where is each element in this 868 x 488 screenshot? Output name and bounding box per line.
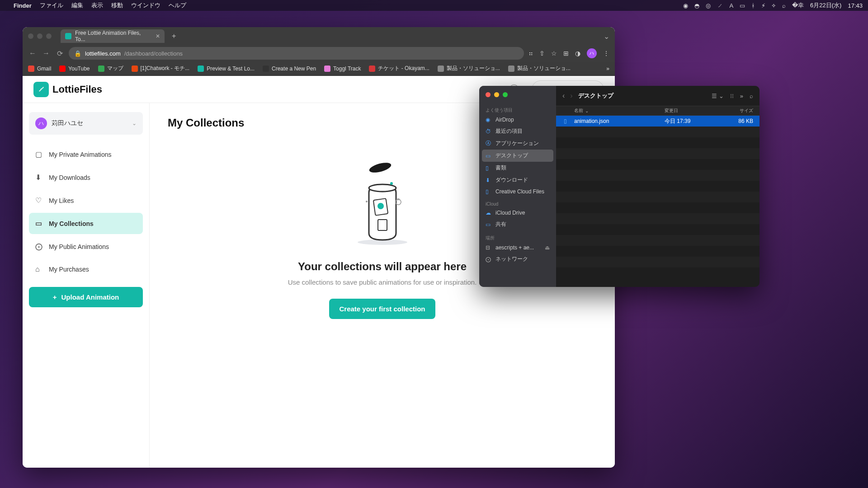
status-icon[interactable]: ◓	[694, 2, 699, 9]
wifi-icon[interactable]: ⟡	[772, 2, 776, 9]
sidebar-item-shared[interactable]: ▭共有	[479, 218, 556, 230]
tab-strip: Free Lottie Animation Files, To... ✕ + ⌄	[23, 27, 615, 45]
file-icon: ▯	[556, 118, 574, 124]
sidebar-item-desktop[interactable]: ▭デスクトップ	[482, 150, 553, 162]
menubar-go[interactable]: 移動	[111, 1, 123, 9]
lottiefiles-logo[interactable]: ⟋ LottieFiles	[33, 82, 102, 97]
reload-button[interactable]: ⟳	[55, 49, 64, 58]
creative-cloud-icon[interactable]: ◉	[683, 2, 688, 9]
bookmarks-overflow-icon[interactable]: »	[606, 66, 609, 72]
column-name[interactable]: 名前 ⌄	[556, 108, 665, 114]
bookmark-maps[interactable]: マップ	[98, 65, 123, 72]
maximize-window-button[interactable]	[46, 33, 52, 39]
toolbar-overflow-icon[interactable]: »	[740, 93, 743, 99]
minimize-window-button[interactable]	[494, 92, 499, 97]
input-source-icon[interactable]: A	[729, 2, 733, 9]
finder-window: よく使う項目 ◉AirDrop ⏱最近の項目 Ⓐアプリケーション ▭デスクトップ…	[479, 86, 760, 287]
menubar-window[interactable]: ウインドウ	[131, 1, 160, 9]
sidebar-item-network[interactable]: ⨀ネットワーク	[479, 253, 556, 265]
bookmark-codepen[interactable]: Create a New Pen	[263, 66, 316, 72]
logo-text: LottieFiles	[52, 84, 102, 95]
url-input[interactable]: 🔒 lottiefiles.com/dashboard/collections	[69, 47, 524, 60]
sidebar-item-aescripts[interactable]: ⊟aescripts + ae...⏏	[479, 242, 556, 253]
tab-close-icon[interactable]: ✕	[156, 33, 160, 39]
bookmark-chatwork[interactable]: [1]Chatwork - モチ...	[132, 65, 190, 72]
eject-icon[interactable]: ⏏	[545, 244, 550, 251]
chrome-menu-icon[interactable]: ⋮	[603, 50, 609, 57]
sidebar-item-collections[interactable]: ▭My Collections	[29, 213, 143, 234]
menubar-date[interactable]: 6月22日(水)	[810, 1, 841, 9]
sidebar-item-downloads[interactable]: ⬇ダウンロード	[479, 174, 556, 186]
forward-button[interactable]: →	[42, 49, 51, 57]
sidebar-item-purchases[interactable]: ⌂My Purchases	[29, 259, 143, 280]
battery-icon[interactable]: ⚡︎	[761, 2, 765, 9]
file-row-empty	[556, 127, 760, 137]
bookmark-toggl[interactable]: Toggl Track	[324, 66, 361, 72]
share-icon[interactable]: ⇧	[539, 50, 545, 57]
control-center-icon[interactable]: �幸	[792, 1, 804, 9]
bookmark-youtube[interactable]: YouTube	[59, 66, 90, 72]
sidebar-section-favorites: よく使う項目	[479, 105, 556, 114]
menubar-time[interactable]: 17:43	[848, 2, 863, 9]
column-size[interactable]: サイズ	[723, 108, 760, 114]
bookmark-product1[interactable]: 製品・ソリューショ...	[438, 65, 500, 72]
sidebar-item-public[interactable]: ⨀My Public Animations	[29, 236, 143, 257]
sidebar-item-private[interactable]: ▢My Private Animations	[29, 144, 143, 165]
translate-icon[interactable]: ⠶	[528, 50, 533, 57]
back-button[interactable]: ←	[28, 49, 37, 57]
sidebar-item-downloads[interactable]: ⬇My Downloads	[29, 167, 143, 188]
spotlight-icon[interactable]: ⌕	[782, 2, 786, 9]
menubar-edit[interactable]: 編集	[71, 1, 83, 9]
bookmark-ticket[interactable]: チケット - Okayam...	[369, 65, 429, 72]
minimize-window-button[interactable]	[37, 33, 42, 39]
profile-avatar[interactable]: ハ	[587, 48, 597, 58]
sidebar-item-recents[interactable]: ⏱最近の項目	[479, 125, 556, 137]
file-row-empty	[556, 192, 760, 202]
maximize-window-button[interactable]	[503, 92, 508, 97]
search-icon[interactable]: ⌕	[750, 93, 753, 99]
create-collection-button[interactable]: Create your first collection	[329, 299, 435, 319]
bookmark-icon[interactable]: ☆	[551, 50, 557, 57]
user-name: 苅田ハユセ	[52, 119, 83, 127]
menubar-app-name[interactable]: Finder	[14, 2, 32, 9]
group-icon[interactable]: ⁝⁝	[730, 93, 734, 99]
menubar-view[interactable]: 表示	[91, 1, 103, 9]
sidebar-item-airdrop[interactable]: ◉AirDrop	[479, 114, 556, 125]
bookmark-product2[interactable]: 製品・ソリューショ...	[508, 65, 571, 72]
sidebar-item-documents[interactable]: ▯書類	[479, 162, 556, 174]
sidebar-item-creative-cloud[interactable]: ▯Creative Cloud Files	[479, 186, 556, 197]
bookmark-gmail[interactable]: Gmail	[28, 66, 51, 72]
recents-icon: ⏱	[486, 128, 492, 135]
bookmark-icon	[369, 66, 375, 72]
close-window-button[interactable]	[486, 92, 491, 97]
sidebar-item-icloud-drive[interactable]: ☁iCloud Drive	[479, 207, 556, 218]
extensions-icon[interactable]: ⊞	[563, 50, 569, 57]
display-icon[interactable]: ▭	[740, 2, 745, 9]
status-icon[interactable]: ⟋	[717, 2, 723, 9]
column-date[interactable]: 変更日	[665, 108, 723, 114]
browser-tab[interactable]: Free Lottie Animation Files, To... ✕	[61, 29, 165, 43]
menubar-help[interactable]: ヘルプ	[169, 1, 186, 9]
bag-icon: ⌂	[35, 265, 43, 273]
upload-animation-button[interactable]: + Upload Animation	[29, 287, 143, 307]
view-list-icon[interactable]: ☰ ⌄	[712, 93, 724, 99]
sidebar-item-applications[interactable]: Ⓐアプリケーション	[479, 137, 556, 150]
tabs-dropdown-icon[interactable]: ⌄	[604, 32, 609, 41]
user-menu[interactable]: ハ 苅田ハユセ ⌄	[29, 112, 143, 135]
globe-icon: ⨀	[35, 242, 43, 251]
back-button[interactable]: ‹	[562, 92, 565, 100]
new-tab-button[interactable]: +	[168, 32, 179, 40]
bluetooth-icon[interactable]: ᚼ	[751, 2, 755, 9]
menubar-file[interactable]: ファイル	[40, 1, 63, 9]
forward-button[interactable]: ›	[570, 92, 572, 100]
finder-toolbar: ‹ › デスクトップ ☰ ⌄ ⁝⁝ » ⌕	[556, 86, 760, 106]
extension-icon[interactable]: ◑	[575, 50, 580, 57]
file-row[interactable]: ▯ animation.json 今日 17:39 86 KB	[556, 116, 760, 127]
svg-point-4	[377, 203, 384, 209]
status-icon[interactable]: ◎	[706, 2, 711, 9]
file-row-empty	[556, 170, 760, 181]
sidebar-item-likes[interactable]: ♡My Likes	[29, 190, 143, 211]
close-window-button[interactable]	[28, 33, 33, 39]
bookmark-preview[interactable]: Preview & Test Lo...	[198, 66, 255, 72]
user-avatar: ハ	[35, 117, 47, 129]
